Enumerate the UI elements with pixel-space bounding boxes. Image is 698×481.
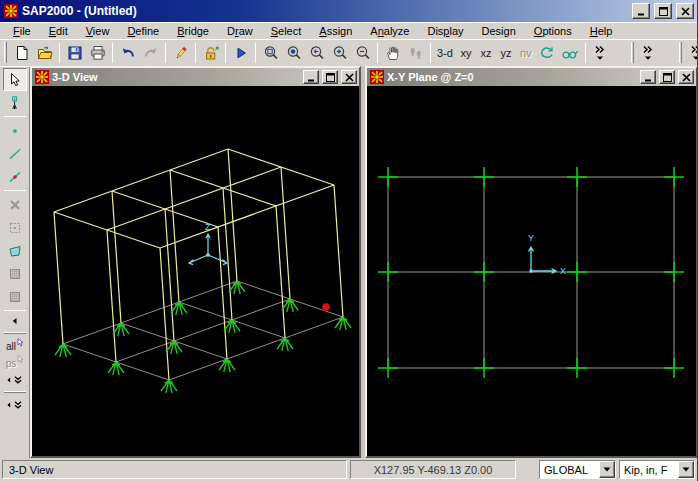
overflow-chevron-icon: [594, 44, 606, 61]
toolbar-grip[interactable]: [631, 42, 634, 63]
toolbar-separator: [59, 43, 60, 63]
undo-icon[interactable]: [116, 42, 139, 64]
select-all-button[interactable]: all: [3, 338, 27, 355]
pointer-icon[interactable]: [3, 68, 27, 91]
redo-icon[interactable]: [139, 42, 162, 64]
rotate-view-icon: [539, 45, 555, 61]
plane-xy-close-button[interactable]: [678, 70, 694, 84]
open-file-icon[interactable]: [33, 42, 56, 64]
draw-frame-icon[interactable]: [3, 142, 27, 165]
cursor-mini-icon: [17, 338, 24, 349]
toolbar-grip[interactable]: [4, 42, 7, 63]
lock-icon[interactable]: [199, 42, 222, 64]
zoom-full-icon[interactable]: [282, 42, 305, 64]
zoom-full-icon: [286, 45, 302, 61]
plane-xy-client: YX: [367, 86, 696, 456]
view-xz-button[interactable]: xz: [476, 42, 496, 64]
plane-xy-canvas[interactable]: YX: [367, 86, 696, 456]
left-overflow-1[interactable]: [3, 372, 27, 387]
perspective-glasses-icon[interactable]: [559, 42, 582, 64]
draw-rect-area-icon[interactable]: [3, 262, 27, 285]
maximize-button[interactable]: [654, 3, 672, 19]
menu-view[interactable]: View: [77, 24, 119, 38]
new-file-icon[interactable]: [10, 42, 33, 64]
view-3d-canvas[interactable]: Z: [32, 86, 359, 456]
status-view-label: 3-D View: [2, 460, 347, 479]
menu-select[interactable]: Select: [262, 24, 311, 38]
quick-draw-frame-icon[interactable]: [3, 165, 27, 188]
draw-poly-area-icon[interactable]: [3, 239, 27, 262]
view-xy-button[interactable]: xy: [456, 42, 476, 64]
view-nv-button[interactable]: nv: [516, 42, 536, 64]
left-overflow-2[interactable]: [3, 397, 27, 412]
menu-bridge[interactable]: Bridge: [168, 24, 218, 38]
view-yz-button[interactable]: yz: [496, 42, 516, 64]
button-label: ps: [6, 358, 17, 369]
more-tools-icon: [5, 375, 25, 385]
view-3d-minimize-button[interactable]: [303, 70, 319, 84]
save-file-icon[interactable]: [63, 42, 86, 64]
view-3d-button[interactable]: 3-d: [434, 42, 456, 64]
menu-define[interactable]: Define: [118, 24, 168, 38]
axis-x-arrow: [531, 269, 556, 274]
toolbar-separator: [4, 116, 26, 117]
zoom-in-icon[interactable]: [328, 42, 351, 64]
toolbar-overflow-1[interactable]: [589, 42, 612, 64]
view-3d-maximize-button[interactable]: [322, 70, 338, 84]
toolbar-grip[interactable]: [4, 391, 26, 393]
button-label: all: [6, 341, 16, 352]
menu-edit[interactable]: Edit: [40, 24, 77, 38]
coordinate-system-value: GLOBAL: [540, 464, 599, 476]
toolbar-separator: [255, 43, 256, 63]
collapse-left-icon: [10, 316, 20, 326]
view-3d-close-button[interactable]: [341, 70, 357, 84]
print-icon: [90, 45, 106, 61]
previous-selection-button[interactable]: ps: [3, 355, 27, 372]
rotate-view-icon[interactable]: [536, 42, 559, 64]
pan-icon[interactable]: [381, 42, 404, 64]
menu-help[interactable]: Help: [581, 24, 622, 38]
menu-assign[interactable]: Assign: [310, 24, 361, 38]
units-dropdown-icon[interactable]: [678, 461, 694, 478]
coordinate-system-dropdown-icon[interactable]: [599, 461, 615, 478]
toolbar-overflow-3[interactable]: [685, 42, 698, 64]
new-file-icon: [14, 45, 30, 61]
toolbar-separator: [585, 43, 586, 63]
draw-poly-area-icon: [7, 243, 23, 259]
collapse-left-icon[interactable]: [3, 313, 27, 328]
draw-joint-icon[interactable]: [3, 119, 27, 142]
sap2000-window-icon: [34, 70, 49, 85]
zoom-previous-icon[interactable]: [305, 42, 328, 64]
run-analysis-icon[interactable]: [229, 42, 252, 64]
walkthrough-icon[interactable]: [404, 42, 427, 64]
toolbar-overflow-2[interactable]: [637, 42, 660, 64]
menu-analyze[interactable]: Analyze: [361, 24, 418, 38]
plane-xy-minimize-button[interactable]: [640, 70, 656, 84]
view-3d-titlebar[interactable]: 3-D View: [32, 68, 359, 86]
print-icon[interactable]: [86, 42, 109, 64]
toolbar-grip[interactable]: [679, 42, 682, 63]
zoom-window-icon[interactable]: [259, 42, 282, 64]
toolbar-separator: [430, 43, 431, 63]
menu-design[interactable]: Design: [473, 24, 525, 38]
title-bar[interactable]: SAP2000 - (Untitled): [0, 0, 697, 22]
toolbar-grip[interactable]: [4, 332, 26, 334]
minimize-button[interactable]: [632, 3, 650, 19]
plane-xy-maximize-button[interactable]: [659, 70, 675, 84]
pencil-icon[interactable]: [169, 42, 192, 64]
menu-file[interactable]: File: [4, 24, 40, 38]
plane-xy-titlebar[interactable]: X-Y Plane @ Z=0: [367, 68, 696, 86]
menu-display[interactable]: Display: [418, 24, 472, 38]
quick-draw-area-icon[interactable]: [3, 216, 27, 239]
quick-draw-braces-icon[interactable]: [3, 193, 27, 216]
zoom-out-icon[interactable]: [351, 42, 374, 64]
menu-draw[interactable]: Draw: [218, 24, 262, 38]
quick-draw-rect-area-icon[interactable]: [3, 285, 27, 308]
select-reshape-icon[interactable]: [3, 91, 27, 114]
close-button[interactable]: [676, 3, 694, 19]
coordinate-system-select[interactable]: GLOBAL: [539, 460, 616, 479]
units-select[interactable]: Kip, in, F: [619, 460, 695, 479]
pan-icon: [385, 45, 401, 61]
draw-rect-area-icon: [7, 266, 23, 282]
menu-options[interactable]: Options: [525, 24, 581, 38]
